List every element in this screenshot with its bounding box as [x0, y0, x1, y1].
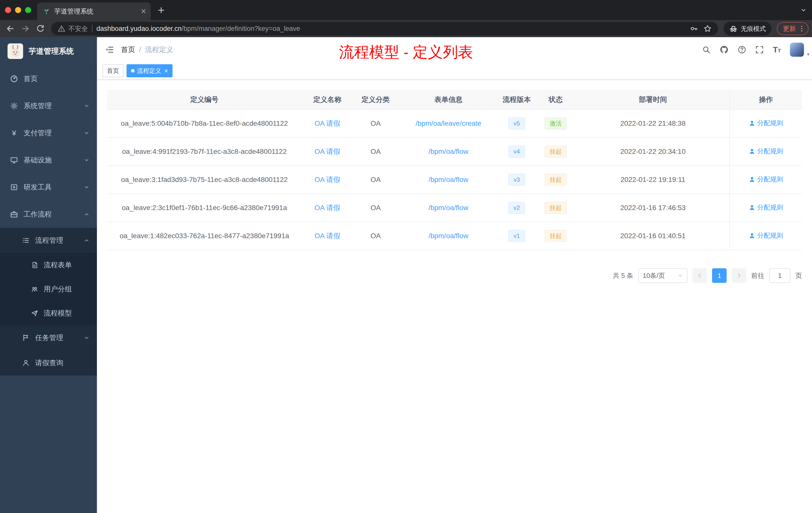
fullscreen-icon[interactable]	[755, 46, 764, 54]
kebab-menu-icon[interactable]	[798, 25, 806, 32]
chevron-down-icon	[84, 103, 89, 109]
reload-button[interactable]	[34, 22, 47, 35]
person-icon	[749, 120, 755, 126]
app-logo[interactable]: 芋道管理系统	[0, 37, 97, 65]
browser-tabstrip: 芋道管理系统 × +	[0, 0, 812, 20]
sidebar-item-payment[interactable]: ¥ 支付管理	[0, 119, 97, 147]
definition-name-link[interactable]: OA 请假	[315, 204, 341, 212]
chevron-down-icon	[84, 130, 89, 136]
definition-name-link[interactable]: OA 请假	[315, 232, 341, 240]
column-header-status: 状态	[535, 90, 577, 110]
tab-close-icon[interactable]: ×	[141, 7, 146, 16]
breadcrumb-separator: /	[139, 46, 141, 54]
browser-tab[interactable]: 芋道管理系统 ×	[37, 2, 151, 20]
tag-home[interactable]: 首页	[103, 64, 123, 77]
assign-rule-link[interactable]: 分配规则	[749, 119, 783, 127]
address-bar[interactable]: 不安全 dashboard.yudao.iocoder.cn/bpm/manag…	[51, 22, 718, 35]
forward-button[interactable]	[19, 22, 32, 35]
monitor-icon	[10, 156, 18, 164]
category-cell: OA	[353, 110, 398, 138]
breadcrumb-home[interactable]: 首页	[121, 45, 135, 55]
tab-search-chevron-icon[interactable]	[800, 6, 807, 13]
user-menu[interactable]: ▾	[790, 43, 804, 57]
sidebar-item-devtools[interactable]: 研发工具	[0, 174, 97, 201]
form-link[interactable]: /bpm/oa/flow	[429, 176, 468, 183]
deploy-time-cell: 2022-01-16 01:40:51	[577, 222, 730, 250]
assign-rule-link[interactable]: 分配规则	[749, 231, 783, 240]
site-security-chip[interactable]: 不安全	[58, 24, 88, 33]
url-text: dashboard.yudao.iocoder.cn/bpm/manager/d…	[96, 25, 300, 33]
definition-id-cell: oa_leave:2:3c1f0ef1-76b1-11ec-9c66-a2380…	[107, 194, 302, 222]
assign-rule-link[interactable]: 分配规则	[749, 175, 783, 184]
total-count: 共 5 条	[613, 271, 633, 280]
minimize-window-button[interactable]	[15, 7, 21, 13]
category-cell: OA	[353, 138, 398, 165]
search-icon[interactable]	[702, 46, 710, 54]
form-link[interactable]: /bpm/oa/flow	[429, 148, 468, 155]
sidebar-item-leave-query[interactable]: 请假查询	[0, 350, 97, 375]
tag-process-definition[interactable]: 流程定义 ×	[126, 64, 173, 77]
definition-name-link[interactable]: OA 请假	[315, 176, 341, 183]
chevron-down-icon	[84, 335, 89, 340]
back-button[interactable]	[3, 22, 17, 35]
table-row: oa_leave:1:482ec033-762a-11ec-8477-a2380…	[107, 222, 802, 250]
form-link[interactable]: /bpm/oa/leave/create	[415, 119, 481, 127]
column-header-action: 操作	[730, 90, 802, 110]
goto-unit: 页	[795, 271, 802, 280]
sidebar-item-process-model[interactable]: 流程模型	[0, 301, 97, 325]
incognito-badge[interactable]: 无痕模式	[724, 22, 771, 36]
next-page-button[interactable]	[732, 268, 746, 283]
font-size-icon[interactable]: TT	[773, 45, 781, 55]
sidebar-item-process-management[interactable]: 流程管理	[0, 228, 97, 253]
assign-rule-link[interactable]: 分配规则	[749, 203, 783, 212]
status-badge: 挂起	[545, 146, 567, 158]
page-content: 定义编号 定义名称 定义分类 表单信息 流程版本 状态 部署时间 操作 oa_l	[97, 80, 812, 513]
form-link[interactable]: /bpm/oa/flow	[429, 232, 468, 240]
version-badge: v1	[509, 230, 525, 242]
sidebar-item-home[interactable]: 首页	[0, 65, 97, 92]
definition-name-link[interactable]: OA 请假	[315, 119, 341, 127]
user-group-icon	[31, 285, 38, 293]
definition-id-cell: oa_leave:3:1fad3d93-7b75-11ec-a3c8-acde4…	[107, 165, 302, 194]
close-window-button[interactable]	[5, 7, 11, 13]
sidebar-collapse-icon[interactable]	[105, 45, 114, 54]
chevron-up-icon	[84, 238, 89, 243]
sidebar-item-process-form[interactable]: 流程表单	[0, 253, 97, 277]
chevron-right-icon	[736, 273, 742, 279]
page-number-button[interactable]: 1	[712, 268, 727, 283]
pagination: 共 5 条 10条/页 1 前往 页	[107, 268, 802, 283]
zoom-window-button[interactable]	[25, 7, 31, 13]
bookmark-star-icon[interactable]	[703, 25, 712, 33]
tab-favicon-icon	[43, 7, 50, 15]
assign-rule-link[interactable]: 分配规则	[749, 147, 783, 156]
chevron-down-icon	[84, 157, 89, 163]
deploy-time-cell: 2022-01-16 17:46:53	[577, 194, 730, 222]
briefcase-icon	[10, 210, 18, 218]
url-domain: dashboard.yudao.iocoder.cn	[96, 25, 181, 32]
tag-close-icon[interactable]: ×	[164, 67, 168, 75]
browser-update-button[interactable]: 更新	[777, 22, 809, 35]
table-row: oa_leave:4:991f2193-7b7f-11ec-a3c8-acde4…	[107, 138, 802, 165]
update-label: 更新	[783, 24, 796, 33]
person-icon	[749, 148, 755, 155]
new-tab-button[interactable]: +	[154, 3, 168, 17]
prev-page-button[interactable]	[693, 268, 707, 283]
table-header-row: 定义编号 定义名称 定义分类 表单信息 流程版本 状态 部署时间 操作	[107, 90, 802, 110]
goto-page-input[interactable]	[769, 268, 790, 283]
status-badge: 挂起	[545, 202, 567, 214]
help-icon[interactable]	[738, 46, 746, 54]
definition-name-link[interactable]: OA 请假	[315, 148, 341, 155]
page-size-select[interactable]: 10条/页	[638, 268, 688, 283]
category-cell: OA	[353, 194, 398, 222]
sidebar-item-infrastructure[interactable]: 基础设施	[0, 147, 97, 174]
chevron-down-icon	[677, 273, 683, 278]
form-link[interactable]: /bpm/oa/flow	[429, 204, 468, 212]
sidebar-item-workflow[interactable]: 工作流程	[0, 201, 97, 228]
password-key-icon[interactable]	[690, 25, 698, 33]
sidebar-item-system[interactable]: 系统管理	[0, 92, 97, 119]
github-icon[interactable]	[720, 45, 729, 54]
chevron-up-icon	[84, 212, 89, 217]
sidebar-item-user-group[interactable]: 用户分组	[0, 277, 97, 301]
sidebar-item-task-management[interactable]: 任务管理	[0, 325, 97, 350]
sidebar-menu: 首页 系统管理 ¥ 支付管理 基础设施	[0, 65, 97, 513]
